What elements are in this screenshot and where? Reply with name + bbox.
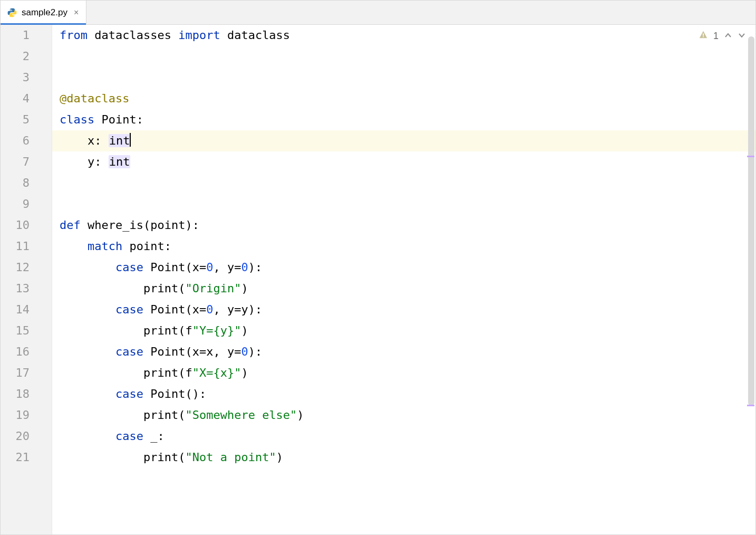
line-number[interactable]: 15 [1, 320, 52, 341]
code-line[interactable]: print("Somewhere else") [52, 405, 755, 426]
line-number[interactable]: 16 [1, 341, 52, 362]
ide-window: sample2.py × 1 2 3 4 5 6 7 8 9 10 11 12 … [0, 0, 756, 535]
line-number[interactable]: 5 [1, 109, 52, 130]
tab-bar: sample2.py × [1, 1, 755, 25]
line-number[interactable]: 8 [1, 173, 52, 194]
code-line[interactable]: @dataclass [52, 88, 755, 109]
text-caret [130, 133, 131, 147]
code-line[interactable]: y: int [52, 151, 755, 173]
code-line[interactable] [52, 173, 755, 194]
line-number[interactable]: 2 [1, 46, 52, 67]
editor: 1 2 3 4 5 6 7 8 9 10 11 12 13 14 15 16 1… [1, 25, 755, 534]
code-lines: from dataclasses import dataclass @datac… [52, 25, 755, 468]
code-line[interactable]: case _: [52, 426, 755, 447]
line-number[interactable]: 20 [1, 426, 52, 447]
line-number[interactable]: 10 [1, 215, 52, 236]
code-line[interactable]: x: int [52, 130, 755, 151]
scrollbar-thumb[interactable] [748, 36, 754, 406]
scroll-marker[interactable] [747, 156, 754, 157]
line-number[interactable]: 7 [1, 151, 52, 173]
code-line[interactable]: print(f"X={x}") [52, 362, 755, 384]
line-number[interactable]: 1 [1, 25, 52, 46]
code-line[interactable]: from dataclasses import dataclass [52, 25, 755, 46]
line-number[interactable]: 3 [1, 67, 52, 88]
code-line[interactable]: print(f"Y={y}") [52, 320, 755, 341]
gutter: 1 2 3 4 5 6 7 8 9 10 11 12 13 14 15 16 1… [1, 25, 52, 534]
line-number[interactable]: 13 [1, 278, 52, 299]
line-number[interactable]: 21 [1, 447, 52, 468]
file-tab[interactable]: sample2.py × [1, 1, 86, 24]
tab-filename: sample2.py [22, 7, 67, 18]
code-line[interactable]: print("Origin") [52, 278, 755, 299]
code-line[interactable] [52, 67, 755, 88]
code-line[interactable]: case Point(x=0, y=0): [52, 257, 755, 278]
line-number[interactable]: 14 [1, 299, 52, 320]
line-number[interactable]: 6 [1, 130, 52, 151]
line-number[interactable]: 12 [1, 257, 52, 278]
line-number[interactable]: 11 [1, 236, 52, 257]
code-line[interactable]: case Point(x=0, y=y): [52, 299, 755, 320]
scrollbar[interactable] [748, 30, 754, 529]
line-number[interactable]: 18 [1, 384, 52, 405]
code-line[interactable]: match point: [52, 236, 755, 257]
code-line[interactable]: case Point(): [52, 384, 755, 405]
code-area[interactable]: 1 from dataclasses import dataclass @dat… [52, 25, 755, 534]
scroll-marker[interactable] [747, 405, 754, 406]
python-file-icon [7, 7, 17, 18]
line-number[interactable]: 19 [1, 405, 52, 426]
code-line[interactable] [52, 194, 755, 215]
code-line[interactable] [52, 46, 755, 67]
code-line[interactable]: case Point(x=x, y=0): [52, 341, 755, 362]
close-icon[interactable]: × [74, 8, 79, 17]
code-line[interactable]: def where_is(point): [52, 215, 755, 236]
code-line[interactable]: class Point: [52, 109, 755, 130]
line-number[interactable]: 4 [1, 88, 52, 109]
line-number[interactable]: 17 [1, 362, 52, 384]
line-number[interactable]: 9 [1, 194, 52, 215]
code-line[interactable]: print("Not a point") [52, 447, 755, 468]
